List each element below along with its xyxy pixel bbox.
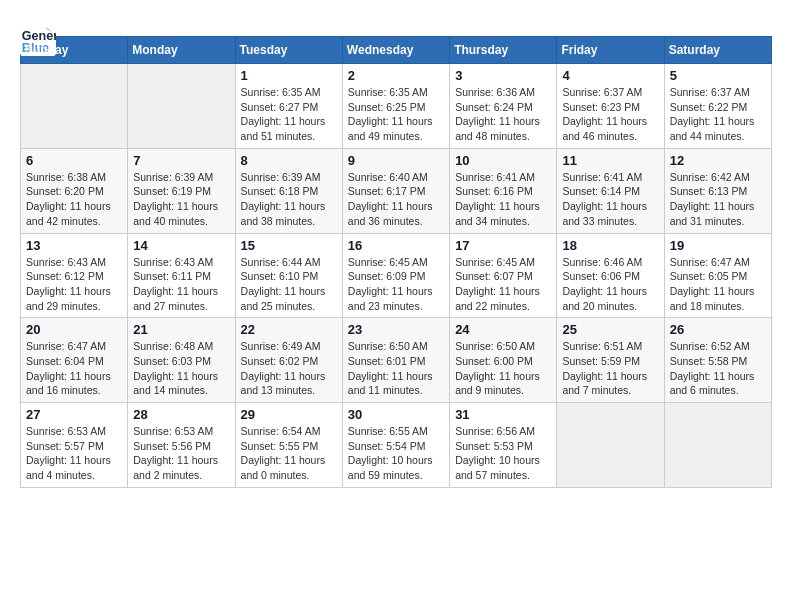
- day-info: Sunrise: 6:43 AM Sunset: 6:11 PM Dayligh…: [133, 255, 229, 314]
- week-row-2: 6Sunrise: 6:38 AM Sunset: 6:20 PM Daylig…: [21, 148, 772, 233]
- day-number: 22: [241, 322, 337, 337]
- calendar-cell: 20Sunrise: 6:47 AM Sunset: 6:04 PM Dayli…: [21, 318, 128, 403]
- calendar-cell: [557, 403, 664, 488]
- day-number: 1: [241, 68, 337, 83]
- day-info: Sunrise: 6:53 AM Sunset: 5:56 PM Dayligh…: [133, 424, 229, 483]
- calendar-cell: [128, 64, 235, 149]
- calendar-cell: 17Sunrise: 6:45 AM Sunset: 6:07 PM Dayli…: [450, 233, 557, 318]
- day-info: Sunrise: 6:47 AM Sunset: 6:04 PM Dayligh…: [26, 339, 122, 398]
- day-number: 15: [241, 238, 337, 253]
- calendar-cell: 21Sunrise: 6:48 AM Sunset: 6:03 PM Dayli…: [128, 318, 235, 403]
- day-info: Sunrise: 6:42 AM Sunset: 6:13 PM Dayligh…: [670, 170, 766, 229]
- day-info: Sunrise: 6:41 AM Sunset: 6:14 PM Dayligh…: [562, 170, 658, 229]
- day-info: Sunrise: 6:49 AM Sunset: 6:02 PM Dayligh…: [241, 339, 337, 398]
- calendar-cell: 13Sunrise: 6:43 AM Sunset: 6:12 PM Dayli…: [21, 233, 128, 318]
- day-number: 31: [455, 407, 551, 422]
- calendar-cell: 18Sunrise: 6:46 AM Sunset: 6:06 PM Dayli…: [557, 233, 664, 318]
- day-number: 19: [670, 238, 766, 253]
- day-number: 4: [562, 68, 658, 83]
- day-number: 23: [348, 322, 444, 337]
- day-info: Sunrise: 6:44 AM Sunset: 6:10 PM Dayligh…: [241, 255, 337, 314]
- calendar-cell: 5Sunrise: 6:37 AM Sunset: 6:22 PM Daylig…: [664, 64, 771, 149]
- day-number: 14: [133, 238, 229, 253]
- day-info: Sunrise: 6:39 AM Sunset: 6:19 PM Dayligh…: [133, 170, 229, 229]
- calendar-cell: 24Sunrise: 6:50 AM Sunset: 6:00 PM Dayli…: [450, 318, 557, 403]
- day-info: Sunrise: 6:37 AM Sunset: 6:23 PM Dayligh…: [562, 85, 658, 144]
- calendar-cell: 8Sunrise: 6:39 AM Sunset: 6:18 PM Daylig…: [235, 148, 342, 233]
- day-info: Sunrise: 6:52 AM Sunset: 5:58 PM Dayligh…: [670, 339, 766, 398]
- calendar-cell: 4Sunrise: 6:37 AM Sunset: 6:23 PM Daylig…: [557, 64, 664, 149]
- day-number: 18: [562, 238, 658, 253]
- day-info: Sunrise: 6:43 AM Sunset: 6:12 PM Dayligh…: [26, 255, 122, 314]
- calendar-cell: 7Sunrise: 6:39 AM Sunset: 6:19 PM Daylig…: [128, 148, 235, 233]
- week-row-1: 1Sunrise: 6:35 AM Sunset: 6:27 PM Daylig…: [21, 64, 772, 149]
- day-number: 28: [133, 407, 229, 422]
- calendar-cell: 29Sunrise: 6:54 AM Sunset: 5:55 PM Dayli…: [235, 403, 342, 488]
- day-info: Sunrise: 6:51 AM Sunset: 5:59 PM Dayligh…: [562, 339, 658, 398]
- day-info: Sunrise: 6:38 AM Sunset: 6:20 PM Dayligh…: [26, 170, 122, 229]
- calendar-cell: 27Sunrise: 6:53 AM Sunset: 5:57 PM Dayli…: [21, 403, 128, 488]
- day-number: 11: [562, 153, 658, 168]
- week-row-4: 20Sunrise: 6:47 AM Sunset: 6:04 PM Dayli…: [21, 318, 772, 403]
- day-info: Sunrise: 6:56 AM Sunset: 5:53 PM Dayligh…: [455, 424, 551, 483]
- calendar-table: SundayMondayTuesdayWednesdayThursdayFrid…: [20, 36, 772, 488]
- day-number: 16: [348, 238, 444, 253]
- day-info: Sunrise: 6:47 AM Sunset: 6:05 PM Dayligh…: [670, 255, 766, 314]
- day-header-saturday: Saturday: [664, 37, 771, 64]
- calendar-cell: [664, 403, 771, 488]
- day-number: 3: [455, 68, 551, 83]
- day-info: Sunrise: 6:40 AM Sunset: 6:17 PM Dayligh…: [348, 170, 444, 229]
- day-number: 20: [26, 322, 122, 337]
- day-number: 27: [26, 407, 122, 422]
- calendar-cell: 2Sunrise: 6:35 AM Sunset: 6:25 PM Daylig…: [342, 64, 449, 149]
- week-row-5: 27Sunrise: 6:53 AM Sunset: 5:57 PM Dayli…: [21, 403, 772, 488]
- calendar-cell: 14Sunrise: 6:43 AM Sunset: 6:11 PM Dayli…: [128, 233, 235, 318]
- day-number: 9: [348, 153, 444, 168]
- day-number: 30: [348, 407, 444, 422]
- day-number: 21: [133, 322, 229, 337]
- day-number: 12: [670, 153, 766, 168]
- calendar-cell: 30Sunrise: 6:55 AM Sunset: 5:54 PM Dayli…: [342, 403, 449, 488]
- day-info: Sunrise: 6:35 AM Sunset: 6:25 PM Dayligh…: [348, 85, 444, 144]
- day-info: Sunrise: 6:45 AM Sunset: 6:09 PM Dayligh…: [348, 255, 444, 314]
- calendar-cell: 31Sunrise: 6:56 AM Sunset: 5:53 PM Dayli…: [450, 403, 557, 488]
- calendar-cell: 26Sunrise: 6:52 AM Sunset: 5:58 PM Dayli…: [664, 318, 771, 403]
- logo: General Blue: [20, 20, 56, 26]
- calendar-cell: 28Sunrise: 6:53 AM Sunset: 5:56 PM Dayli…: [128, 403, 235, 488]
- day-number: 13: [26, 238, 122, 253]
- week-row-3: 13Sunrise: 6:43 AM Sunset: 6:12 PM Dayli…: [21, 233, 772, 318]
- day-info: Sunrise: 6:48 AM Sunset: 6:03 PM Dayligh…: [133, 339, 229, 398]
- day-number: 10: [455, 153, 551, 168]
- day-header-wednesday: Wednesday: [342, 37, 449, 64]
- calendar-cell: 23Sunrise: 6:50 AM Sunset: 6:01 PM Dayli…: [342, 318, 449, 403]
- calendar-cell: 19Sunrise: 6:47 AM Sunset: 6:05 PM Dayli…: [664, 233, 771, 318]
- day-info: Sunrise: 6:36 AM Sunset: 6:24 PM Dayligh…: [455, 85, 551, 144]
- day-info: Sunrise: 6:54 AM Sunset: 5:55 PM Dayligh…: [241, 424, 337, 483]
- day-info: Sunrise: 6:46 AM Sunset: 6:06 PM Dayligh…: [562, 255, 658, 314]
- calendar-cell: 15Sunrise: 6:44 AM Sunset: 6:10 PM Dayli…: [235, 233, 342, 318]
- calendar-cell: 11Sunrise: 6:41 AM Sunset: 6:14 PM Dayli…: [557, 148, 664, 233]
- day-header-monday: Monday: [128, 37, 235, 64]
- day-info: Sunrise: 6:39 AM Sunset: 6:18 PM Dayligh…: [241, 170, 337, 229]
- calendar-cell: [21, 64, 128, 149]
- day-info: Sunrise: 6:50 AM Sunset: 6:00 PM Dayligh…: [455, 339, 551, 398]
- day-number: 7: [133, 153, 229, 168]
- calendar-cell: 9Sunrise: 6:40 AM Sunset: 6:17 PM Daylig…: [342, 148, 449, 233]
- day-info: Sunrise: 6:37 AM Sunset: 6:22 PM Dayligh…: [670, 85, 766, 144]
- days-of-week-row: SundayMondayTuesdayWednesdayThursdayFrid…: [21, 37, 772, 64]
- day-header-friday: Friday: [557, 37, 664, 64]
- day-number: 29: [241, 407, 337, 422]
- day-header-tuesday: Tuesday: [235, 37, 342, 64]
- calendar-cell: 25Sunrise: 6:51 AM Sunset: 5:59 PM Dayli…: [557, 318, 664, 403]
- calendar-cell: 1Sunrise: 6:35 AM Sunset: 6:27 PM Daylig…: [235, 64, 342, 149]
- day-number: 2: [348, 68, 444, 83]
- day-info: Sunrise: 6:50 AM Sunset: 6:01 PM Dayligh…: [348, 339, 444, 398]
- day-header-thursday: Thursday: [450, 37, 557, 64]
- day-number: 8: [241, 153, 337, 168]
- calendar-body: 1Sunrise: 6:35 AM Sunset: 6:27 PM Daylig…: [21, 64, 772, 488]
- calendar-header: SundayMondayTuesdayWednesdayThursdayFrid…: [21, 37, 772, 64]
- calendar-cell: 22Sunrise: 6:49 AM Sunset: 6:02 PM Dayli…: [235, 318, 342, 403]
- day-number: 26: [670, 322, 766, 337]
- day-info: Sunrise: 6:41 AM Sunset: 6:16 PM Dayligh…: [455, 170, 551, 229]
- calendar-cell: 10Sunrise: 6:41 AM Sunset: 6:16 PM Dayli…: [450, 148, 557, 233]
